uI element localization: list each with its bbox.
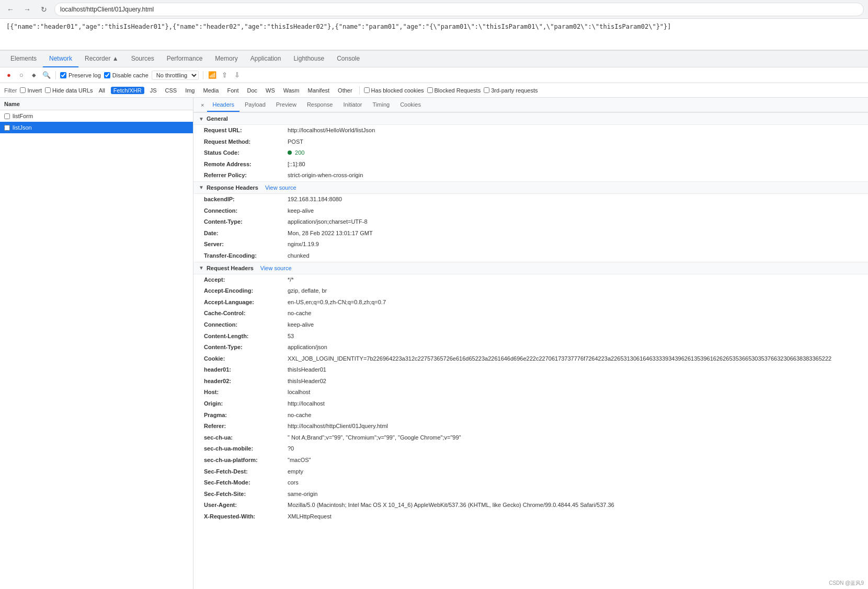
preserve-log-label[interactable]: Preserve log [60,72,101,78]
clear-button[interactable]: ○ [17,71,26,80]
req-content-type-key: Content-Type: [204,343,288,352]
third-party-checkbox[interactable] [484,87,489,93]
filter-label: Filter [4,87,17,94]
blocked-requests-checkbox[interactable] [427,87,433,93]
name-column-header: Name [0,98,193,110]
req-header01-val: thisIsHeader01 [288,365,326,375]
invert-label[interactable]: Invert [20,87,42,94]
tab-application[interactable]: Application [244,51,288,67]
req-user-agent-row: User-Agent: Mozilla/5.0 (Macintosh; Inte… [193,500,868,511]
resp-content-type-row: Content-Type: application/json;charset=U… [193,216,868,228]
req-x-requested-with-row: X-Requested-With: XMLHttpRequest [193,511,868,523]
blocked-requests-label[interactable]: Blocked Requests [427,87,481,94]
blocked-cookies-checkbox[interactable] [364,87,370,93]
req-x-requested-with-val: XMLHttpRequest [288,512,332,522]
req-sec-ch-ua-row: sec-ch-ua: " Not A;Brand";v="99", "Chrom… [193,432,868,444]
close-tab-button[interactable]: × [198,98,207,112]
refresh-button[interactable]: ↻ [38,3,50,16]
hide-data-urls-label[interactable]: Hide data URLs [45,87,93,94]
filter-all[interactable]: All [96,87,108,94]
hide-data-urls-checkbox[interactable] [45,87,51,93]
req-pragma-val: no-cache [288,411,311,420]
search-button[interactable]: 🔍 [42,71,51,80]
req-accept-encoding-row: Accept-Encoding: gzip, deflate, br [193,285,868,297]
general-section-header[interactable]: ▼ General [193,112,868,125]
filter-doc[interactable]: Doc [244,87,260,94]
subtab-payload[interactable]: Payload [239,98,271,112]
blocked-cookies-text: Has blocked cookies [371,87,424,94]
subtab-headers[interactable]: Headers [207,98,239,112]
tab-elements[interactable]: Elements [4,51,43,67]
tab-sources[interactable]: Sources [125,51,161,67]
third-party-label[interactable]: 3rd-party requests [484,87,538,94]
tab-lighthouse[interactable]: Lighthouse [287,51,330,67]
page-text: [{"name":"header01","age":"thisIsHeader0… [6,23,671,30]
filter-bar: Filter Invert Hide data URLs All Fetch/X… [0,83,868,98]
filter-img[interactable]: Img [182,87,197,94]
filter-wasm[interactable]: Wasm [281,87,302,94]
back-button[interactable]: ← [4,3,17,16]
subtab-timing[interactable]: Timing [368,98,395,112]
list-item[interactable]: listForm [0,110,193,122]
resp-connection-val: keep-alive [288,206,314,216]
disable-cache-checkbox[interactable] [104,72,110,78]
invert-checkbox[interactable] [20,87,26,93]
req-sec-ch-ua-platform-row: sec-ch-ua-platform: "macOS" [193,455,868,466]
divider1 [55,71,56,79]
subtab-cookies[interactable]: Cookies [395,98,426,112]
list-form-checkbox[interactable] [4,113,10,119]
import-button[interactable]: ⇧ [220,71,230,80]
blocked-cookies-label[interactable]: Has blocked cookies [364,87,424,94]
subtab-response[interactable]: Response [302,98,338,112]
req-accept-language-val: en-US,en;q=0.9,zh-CN;q=0.8,zh;q=0.7 [288,298,386,307]
req-referer-row: Referer: http://localhost/httpClient/01J… [193,421,868,432]
export-button[interactable]: ⇩ [233,71,242,80]
referrer-policy-key: Referrer Policy: [204,171,288,180]
req-header01-row: header01: thisIsHeader01 [193,364,868,376]
request-headers-section[interactable]: ▼ Request Headers View source [193,262,868,274]
preserve-log-checkbox[interactable] [60,72,66,78]
subtab-preview[interactable]: Preview [271,98,302,112]
filter-manifest[interactable]: Manifest [305,87,333,94]
filter-ws[interactable]: WS [263,87,278,94]
filter-toggle-button[interactable]: ◆ [29,71,39,80]
tab-recorder[interactable]: Recorder ▲ [78,51,125,67]
req-cache-control-val: no-cache [288,309,311,318]
tab-memory[interactable]: Memory [209,51,244,67]
disable-cache-label[interactable]: Disable cache [104,72,149,78]
filter-fetch-xhr[interactable]: Fetch/XHR [111,87,144,94]
status-dot [288,151,292,155]
invert-text: Invert [27,87,42,94]
tab-console[interactable]: Console [330,51,366,67]
list-json-name: listJson [13,124,32,131]
record-button[interactable]: ● [4,71,14,80]
filter-media[interactable]: Media [200,87,221,94]
filter-css[interactable]: CSS [163,87,180,94]
resp-content-type-val: application/json;charset=UTF-8 [288,217,368,227]
tab-performance[interactable]: Performance [161,51,209,67]
request-headers-view-source[interactable]: View source [260,265,292,271]
divider2 [203,71,203,79]
filter-js[interactable]: JS [147,87,159,94]
list-item-selected[interactable]: listJson [0,122,193,133]
list-json-checkbox[interactable] [4,125,10,131]
response-headers-section[interactable]: ▼ Response Headers View source [193,181,868,194]
filter-other[interactable]: Other [335,87,355,94]
response-headers-view-source[interactable]: View source [265,184,296,191]
filter-font[interactable]: Font [224,87,241,94]
browser-bar: ← → ↻ localhost/httpClient/01Jquery.html [0,0,868,19]
wifi-button[interactable]: 📶 [208,71,217,80]
name-header-text: Name [4,101,20,107]
req-accept-encoding-key: Accept-Encoding: [204,286,288,296]
req-sec-fetch-mode-row: Sec-Fetch-Mode: cors [193,477,868,489]
tab-network[interactable]: Network [43,51,78,67]
url-text: localhost/httpClient/01Jquery.html [60,6,154,13]
subtab-initiator[interactable]: Initiator [338,98,367,112]
request-url-row: Request URL: http://localhost/HelloWorld… [193,125,868,136]
resp-server-key: Server: [204,240,288,249]
address-bar[interactable]: localhost/httpClient/01Jquery.html [54,3,864,16]
req-connection-key: Connection: [204,320,288,330]
req-user-agent-key: User-Agent: [204,501,288,510]
forward-button[interactable]: → [21,3,33,16]
throttle-select[interactable]: No throttling [152,71,199,80]
